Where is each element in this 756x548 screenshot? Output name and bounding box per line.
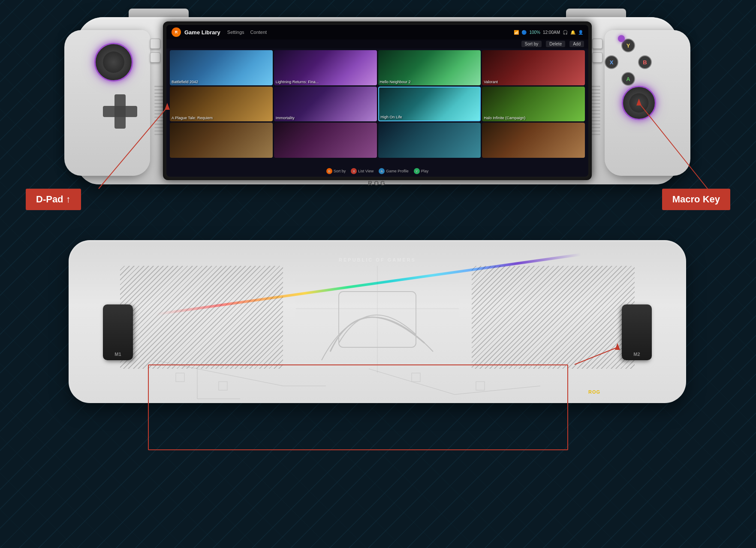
sort-by-btn[interactable]: Sort by [521, 41, 542, 47]
device-screen: R Game Library Settings Content 📶 🔵 100%… [166, 25, 588, 177]
nav-content[interactable]: Content [250, 30, 267, 35]
svg-rect-15 [176, 373, 184, 382]
a-circle: A [379, 168, 385, 174]
svg-rect-17 [412, 373, 420, 382]
game-title-label: Halo Infinite (Campaign) [484, 116, 525, 120]
y-circle: Y [414, 168, 420, 174]
game-tile[interactable]: Hello Neighbour 2 [378, 50, 481, 85]
add-btn[interactable]: Add [569, 41, 584, 47]
game-title-label: Valorant [484, 80, 498, 84]
game-tile[interactable]: Valorant [482, 50, 585, 85]
screen-nav: Settings Content [227, 30, 267, 35]
republic-text: REPUBLIC OF GAMERS [339, 257, 416, 262]
device-front: Y X B A R G [77, 9, 678, 193]
left-side-btn-1[interactable] [150, 39, 160, 49]
left-side-buttons [150, 39, 160, 63]
back-vent-left [120, 266, 283, 369]
game-title-label: High On Life [381, 115, 402, 119]
screen-bezel: R Game Library Settings Content 📶 🔵 100%… [163, 21, 592, 180]
left-joystick[interactable] [94, 43, 133, 81]
footer-sort-btn[interactable]: B Sort by [326, 168, 346, 174]
abxy-buttons: Y X B A [605, 39, 652, 86]
a-button[interactable]: A [621, 72, 635, 86]
device-body: Y X B A R G [77, 17, 678, 184]
clock: 12:00AM [543, 30, 560, 35]
footer-play-btn[interactable]: Y Play [414, 168, 429, 174]
game-grid: Battlefield 2042 Lightning Returns: Fina… [166, 48, 588, 160]
game-title-label: A Plague Tale: Requiem [172, 116, 213, 120]
game-tile[interactable]: Halo Infinite (Campaign) [482, 87, 585, 122]
screen-toolbar: Sort by Delete Add [166, 39, 588, 48]
b-circle: B [326, 168, 332, 174]
delete-btn[interactable]: Delete [546, 41, 565, 47]
dpad-annotation-box: D-Pad ↑ [26, 189, 81, 210]
macro-annotation-box: Macro Key [662, 189, 730, 210]
b-button[interactable]: B [638, 55, 652, 69]
game-title-label: Lightning Returns: Fina... [276, 80, 319, 84]
user-icon: 👤 [578, 30, 583, 35]
back-body: REPUBLIC OF GAMERS [69, 240, 686, 403]
dpad[interactable] [103, 94, 137, 129]
screen-header: R Game Library Settings Content 📶 🔵 100%… [166, 25, 588, 39]
game-title-label: Battlefield 2042 [172, 80, 198, 84]
right-side-btn-1[interactable] [592, 39, 602, 49]
left-side-btn-2[interactable] [150, 52, 160, 63]
svg-line-14 [455, 386, 540, 394]
game-tile[interactable] [378, 123, 481, 158]
m2-label: M2 [633, 352, 640, 357]
rog-corner-badge: ROG [588, 389, 600, 394]
bluetooth-icon: 🔵 [521, 30, 527, 35]
rog-app-icon: R [172, 27, 181, 37]
back-vent-right [472, 266, 635, 369]
y-indicator [618, 35, 625, 42]
game-tile[interactable]: Lightning Returns: Fina... [274, 50, 377, 85]
game-title-label: Immortality [276, 116, 295, 120]
svg-rect-16 [219, 382, 227, 390]
game-tile[interactable]: Battlefield 2042 [170, 50, 273, 85]
screen-title: Game Library [184, 29, 220, 36]
notification-icon: 🔔 [570, 30, 575, 35]
battery-status: 100% [529, 30, 540, 35]
footer-listview-btn[interactable]: X List View [351, 168, 373, 174]
m1-label: M1 [114, 352, 121, 357]
wifi-icon: 📶 [514, 30, 519, 35]
footer-gameprofile-btn[interactable]: A Game Profile [379, 168, 409, 174]
right-joystick[interactable] [622, 86, 656, 120]
svg-rect-18 [476, 382, 485, 390]
game-tile[interactable] [274, 123, 377, 158]
rog-text: ROG [368, 180, 387, 187]
game-tile[interactable]: A Plague Tale: Requiem [170, 87, 273, 122]
game-tile[interactable] [170, 123, 273, 158]
game-tile-highlighted[interactable]: High On Life [378, 87, 481, 122]
game-tile[interactable] [482, 123, 585, 158]
game-title-label: Hello Neighbour 2 [380, 80, 411, 84]
right-side-buttons [592, 39, 602, 63]
x-button[interactable]: X [605, 55, 618, 69]
m2-button[interactable]: M2 [622, 304, 652, 360]
screen-status: 📶 🔵 100% 12:00AM 🎧 🔔 👤 [514, 30, 583, 35]
rog-logo-area [296, 266, 459, 373]
headphone-icon: 🎧 [563, 30, 568, 35]
game-tile[interactable]: Immortality [274, 87, 377, 122]
x-circle: X [351, 168, 357, 174]
m1-button[interactable]: M1 [103, 304, 133, 360]
right-side-btn-2[interactable] [592, 52, 602, 63]
nav-settings[interactable]: Settings [227, 30, 244, 35]
screen-footer: B Sort by X List View A Game Profile Y [166, 168, 588, 174]
device-back: REPUBLIC OF GAMERS [69, 240, 686, 420]
